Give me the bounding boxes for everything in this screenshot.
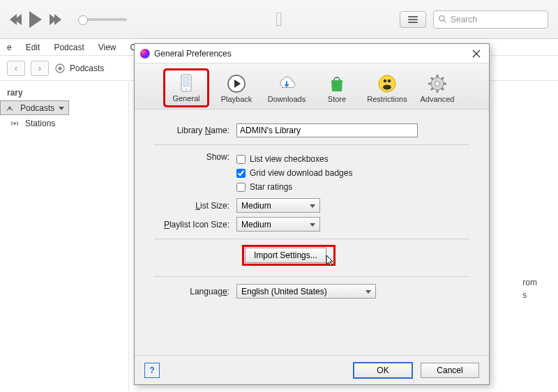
playback-icon [227,74,246,93]
tab-label: Store [328,95,346,103]
list-size-label: List Size: [154,201,236,211]
broadcast-icon [5,103,15,113]
close-button[interactable] [469,47,483,61]
svg-point-8 [186,89,188,91]
tab-label: Playback [221,95,252,103]
checkbox[interactable] [236,183,246,192]
app-topbar:  Search [0,0,558,39]
language-label: Language: [154,287,236,296]
itunes-icon [140,49,150,59]
select-value: English (United States) [241,287,327,296]
media-type-selector[interactable]: Podcasts [54,63,104,74]
library-name-label: Library Name: [154,126,236,135]
menu-item-podcast[interactable]: Podcast [52,41,85,54]
svg-point-0 [439,16,444,21]
import-settings-highlight: Import Settings... [243,246,334,264]
list-view-toggle-button[interactable] [400,11,426,28]
cancel-button[interactable]: Cancel [421,363,479,378]
ok-button[interactable]: OK [354,363,412,378]
svg-line-21 [442,88,444,90]
svg-line-22 [442,77,444,80]
stations-icon [10,119,20,128]
play-icon[interactable] [29,11,42,28]
tab-label: Downloads [268,95,306,103]
cursor-icon [326,255,335,267]
nav-back-button[interactable]: ‹ [7,61,25,76]
previous-track-icon[interactable] [10,14,20,25]
svg-line-20 [431,77,433,80]
tab-label: Restrictions [367,95,407,103]
help-button[interactable]: ? [144,363,160,378]
divider [154,276,469,277]
tab-general[interactable]: General [165,70,208,106]
list-size-select[interactable]: Medium [236,198,320,213]
checkbox[interactable] [236,169,246,178]
search-icon [438,15,447,24]
playlist-icon-size-select[interactable]: Medium [236,217,320,232]
button-label: OK [377,365,389,375]
check-list-view[interactable]: List view checkboxes [236,154,352,164]
tab-store[interactable]: Store [315,71,359,106]
import-settings-button[interactable]: Import Settings... [245,248,326,263]
gear-icon [428,74,447,93]
svg-point-3 [59,66,62,70]
divider [154,144,469,145]
dialog-title: General Preferences [154,49,465,59]
sidebar-item-label: Podcasts [20,103,54,113]
check-grid-view[interactable]: Grid view download badges [236,168,352,178]
svg-point-12 [388,80,391,83]
select-value: Medium [241,220,271,229]
volume-slider[interactable] [78,18,127,21]
checkbox[interactable] [236,155,246,164]
sidebar-item-stations[interactable]: Stations [0,115,128,132]
svg-point-11 [384,80,387,83]
svg-point-4 [8,106,11,109]
library-sidebar: rary Podcasts Stations [0,81,129,392]
tab-playback[interactable]: Playback [215,71,258,106]
button-label: Cancel [437,365,462,375]
tab-advanced[interactable]: Advanced [416,71,459,106]
svg-line-1 [444,20,446,22]
playlist-icon-size-label: Playlist Icon Size: [154,220,236,229]
preferences-tabs: General Playback Downloads Store Restric… [135,63,489,110]
downloads-icon [277,74,296,93]
media-type-label: Podcasts [70,63,104,73]
check-label: Grid view download badges [250,168,352,178]
menu-item-view[interactable]: View [97,41,118,54]
library-name-input[interactable] [236,123,418,137]
playback-controls [10,11,127,28]
check-label: Star ratings [250,182,292,192]
dialog-titlebar: General Preferences [135,44,489,63]
search-input[interactable]: Search [433,10,548,29]
menu-item-edit[interactable]: Edit [24,41,42,54]
menu-item[interactable]: e [6,41,13,54]
nav-forward-button[interactable]: › [31,61,49,76]
divider [154,239,469,239]
tab-label: Advanced [421,95,455,103]
store-icon [327,74,347,93]
obscured-content-text: rom s [522,276,537,301]
sidebar-item-podcasts[interactable]: Podcasts [0,100,69,115]
button-label: Import Settings... [254,250,317,260]
select-value: Medium [241,201,271,211]
sidebar-header: rary [0,85,128,100]
svg-point-13 [383,85,391,90]
dialog-footer: ? OK Cancel [135,355,489,384]
sidebar-item-label: Stations [25,119,55,128]
show-label: Show: [154,152,236,162]
next-track-icon[interactable] [52,14,61,25]
podcasts-icon [54,63,66,74]
check-star-ratings[interactable]: Star ratings [236,182,352,192]
restrictions-icon [377,74,397,93]
svg-point-15 [435,82,440,86]
check-label: List view checkboxes [250,154,329,164]
tab-restrictions[interactable]: Restrictions [365,71,409,106]
svg-rect-7 [183,77,189,86]
language-select[interactable]: English (United States) [236,284,376,299]
apple-logo-icon:  [276,8,282,31]
preferences-dialog: General Preferences General Playback Dow… [134,43,490,385]
svg-line-23 [431,88,433,90]
tab-label: General [172,94,199,103]
search-placeholder: Search [451,15,477,24]
tab-downloads[interactable]: Downloads [265,71,308,106]
